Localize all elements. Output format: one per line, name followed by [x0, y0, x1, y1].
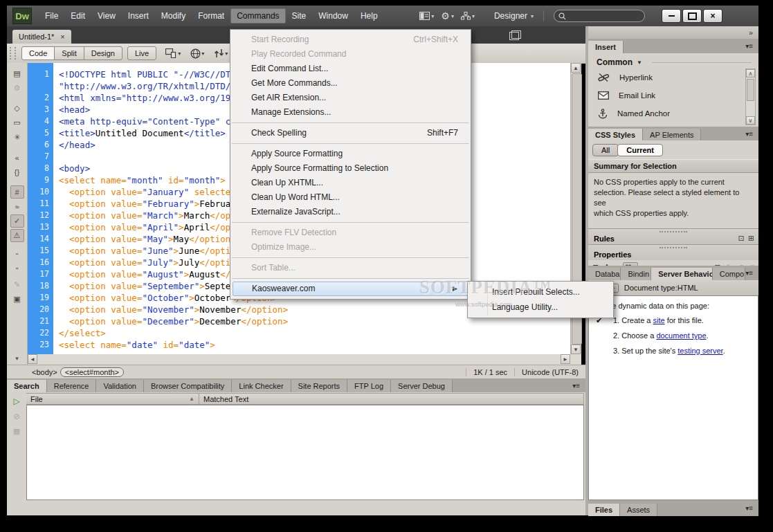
results-tab-validation[interactable]: Validation — [96, 380, 144, 392]
tab-files[interactable]: Files — [588, 504, 620, 516]
menu-item-apply-source-formatting-to-selection[interactable]: Apply Source Formatting to Selection — [230, 161, 471, 176]
results-tab-reference[interactable]: Reference — [47, 380, 97, 392]
tag-select-month[interactable]: <select#month> — [60, 367, 124, 377]
drag-handle[interactable] — [660, 231, 687, 232]
view-button-split[interactable]: Split — [54, 46, 84, 60]
menu-item-get-air-extension[interactable]: Get AIR Extension... — [230, 91, 471, 105]
menubar-item-format[interactable]: Format — [192, 8, 230, 24]
submenu-item-insert-prebuilt-selects[interactable]: Insert Prebuilt Selects... — [468, 284, 613, 300]
extend-gear-icon[interactable]: ⚙▾ — [441, 10, 454, 21]
menubar-item-window[interactable]: Window — [312, 8, 354, 24]
link-document-type[interactable]: document type — [656, 331, 706, 340]
results-list[interactable] — [26, 405, 584, 500]
layout-switcher-icon[interactable]: ▾ — [419, 12, 434, 20]
site-management-icon[interactable]: ▾ — [461, 12, 475, 20]
insert-category-dropdown[interactable]: Common — [597, 57, 633, 67]
tab-css-styles[interactable]: CSS Styles — [588, 129, 643, 141]
search-input[interactable] — [554, 10, 645, 22]
menubar-item-help[interactable]: Help — [354, 8, 384, 24]
restore-document-icon[interactable] — [509, 32, 519, 40]
document-tab[interactable]: Untitled-1* × — [12, 30, 71, 44]
tag-body[interactable]: <body> — [32, 368, 57, 376]
menu-item-externalize-javascript[interactable]: Externalize JavaScript... — [230, 205, 471, 219]
submenu-item-language-utility[interactable]: Language Utility... — [468, 300, 613, 315]
menu-item-clean-up-word-html[interactable]: Clean Up Word HTML... — [230, 190, 471, 205]
info-bar-icon[interactable]: ✓ — [10, 214, 24, 228]
results-tab-browser-compatibility[interactable]: Browser Compatibility — [144, 380, 232, 392]
syntax-error-alerts-icon[interactable]: ⚠ — [10, 229, 24, 242]
menubar-item-view[interactable]: View — [91, 8, 122, 24]
collapse-full-tag-icon[interactable]: ◇ — [10, 102, 24, 115]
recent-snippets-icon[interactable]: ▣ — [10, 293, 24, 306]
results-tab-search[interactable]: Search — [7, 380, 47, 392]
apply-comment-icon[interactable]: “ — [10, 249, 24, 262]
menubar-item-insert[interactable]: Insert — [122, 8, 155, 24]
balance-braces-icon[interactable]: {} — [10, 165, 24, 178]
menu-item-check-spelling[interactable]: Check SpellingShift+F7 — [230, 126, 471, 140]
column-matched-text[interactable]: Matched Text — [199, 393, 584, 405]
multiscreen-preview-icon[interactable]: ▾ — [165, 48, 181, 58]
insert-scrollbar[interactable]: ∧ ∨ — [745, 68, 756, 125]
menu-item-kaosweaver-com[interactable]: Kaosweaver.com▶ — [233, 282, 469, 296]
insert-item-named-anchor[interactable]: Named Anchor — [588, 104, 758, 122]
results-tab-site-reports[interactable]: Site Reports — [291, 380, 348, 392]
menubar-item-file[interactable]: File — [39, 8, 64, 24]
scrollbar-thumb[interactable] — [747, 79, 754, 101]
run-search-icon[interactable]: ▷ — [13, 396, 19, 406]
code-line[interactable]: <select name="date" id="date"> — [59, 339, 570, 351]
view-button-code[interactable]: Code — [21, 46, 55, 60]
collapse-to-icons-icon[interactable]: » — [749, 28, 753, 37]
panel-menu-icon[interactable]: ▾≡ — [745, 130, 753, 138]
column-file[interactable]: File ▲ — [26, 393, 199, 405]
show-summary-icon[interactable]: ⊞ — [748, 234, 754, 243]
show-cascade-icon[interactable]: ⊡ — [738, 234, 745, 243]
scroll-up-icon[interactable]: ▲ — [571, 63, 581, 73]
tab-server-behaviors[interactable]: Server Behaviors — [651, 268, 712, 280]
menu-item-manage-extensions[interactable]: Manage Extensions... — [230, 105, 471, 120]
code-line[interactable]: </select> — [59, 327, 570, 339]
tab-close-icon[interactable]: × — [60, 33, 64, 41]
menu-item-apply-source-formatting[interactable]: Apply Source Formatting — [230, 147, 471, 161]
expand-all-icon[interactable]: ✳ — [10, 131, 24, 144]
collapse-selection-icon[interactable]: ▭ — [10, 116, 24, 129]
menubar-item-commands[interactable]: Commands — [230, 8, 285, 24]
file-management-icon[interactable]: ▾ — [214, 48, 228, 58]
view-button-design[interactable]: Design — [84, 46, 122, 60]
view-button-live[interactable]: Live — [127, 46, 156, 60]
menu-item-get-more-commands[interactable]: Get More Commands... — [230, 76, 471, 91]
menubar-item-modify[interactable]: Modify — [155, 8, 192, 24]
open-documents-icon[interactable]: ▤ — [10, 67, 24, 80]
scroll-down-icon[interactable]: ∨ — [746, 116, 755, 125]
horizontal-scrollbar[interactable]: ◄ ► — [28, 354, 570, 365]
tab-compo[interactable]: Compo — [713, 268, 745, 280]
tab-assets[interactable]: Assets — [620, 504, 657, 516]
menubar-item-edit[interactable]: Edit — [64, 8, 91, 24]
sort-icon[interactable]: ▲ — [189, 396, 194, 402]
highlight-invalid-code-icon[interactable]: ≈ — [10, 200, 24, 213]
preview-in-browser-icon[interactable]: ▾ — [190, 48, 204, 59]
scroll-left-icon[interactable]: ◄ — [28, 354, 37, 364]
minimize-button[interactable] — [662, 9, 681, 23]
workspace-switcher[interactable]: Designer▾ — [494, 11, 534, 21]
results-tab-ftp-log[interactable]: FTP Log — [347, 380, 391, 392]
insert-item-hyperlink[interactable]: Hyperlink — [588, 68, 758, 86]
insert-item-email-link[interactable]: Email Link — [588, 86, 758, 104]
scroll-down-icon[interactable]: ▼ — [571, 345, 581, 354]
results-tab-server-debug[interactable]: Server Debug — [391, 380, 453, 392]
css-current-button[interactable]: Current — [617, 144, 663, 156]
maximize-button[interactable] — [682, 9, 702, 23]
panel-menu-icon[interactable]: ▾≡ — [745, 42, 753, 50]
tab-ap-elements[interactable]: AP Elements — [643, 129, 701, 141]
menu-item-edit-command-list[interactable]: Edit Command List... — [230, 62, 471, 76]
coding-toolbar-expand-icon[interactable]: ▾ — [15, 355, 19, 362]
scroll-up-icon[interactable]: ∧ — [746, 69, 755, 77]
remove-comment-icon[interactable]: ” — [10, 264, 24, 277]
menu-item-clean-up-xhtml[interactable]: Clean Up XHTML... — [230, 176, 471, 190]
css-all-button[interactable]: All — [592, 144, 619, 156]
panel-menu-icon[interactable]: ▾≡ — [572, 382, 580, 389]
chevron-down-icon[interactable]: ▼ — [637, 59, 642, 66]
scroll-right-icon[interactable]: ► — [561, 354, 570, 364]
menubar-item-site[interactable]: Site — [286, 8, 313, 24]
tab-insert[interactable]: Insert — [588, 41, 624, 53]
link-testing-server[interactable]: testing server — [677, 347, 722, 355]
